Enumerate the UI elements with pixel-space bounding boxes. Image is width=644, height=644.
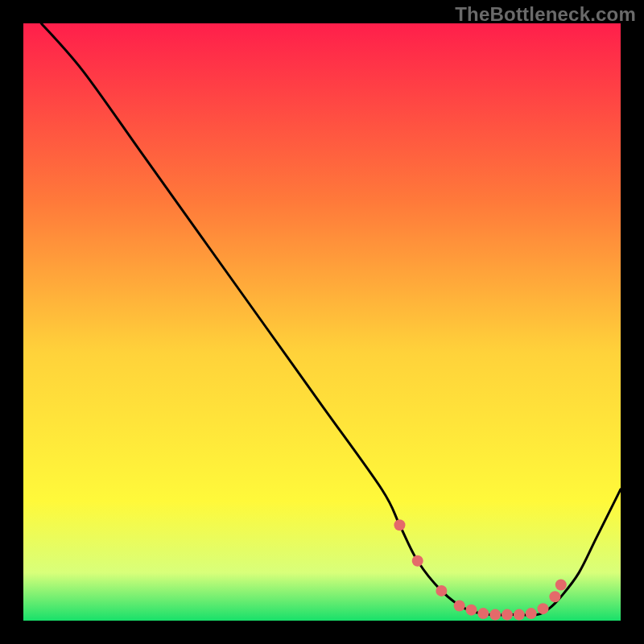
marker-dot: [514, 609, 525, 621]
marker-dot: [454, 600, 465, 611]
watermark-text: TheBottleneck.com: [455, 3, 636, 26]
marker-dot: [489, 609, 501, 621]
marker-dot: [477, 608, 489, 619]
marker-dot: [526, 608, 537, 619]
marker-dot: [549, 591, 560, 602]
marker-dot: [412, 555, 423, 567]
marker-dot: [555, 579, 567, 590]
marker-dot: [538, 603, 549, 614]
bottleneck-chart: [23, 23, 621, 621]
marker-dot: [466, 605, 477, 616]
marker-dot: [502, 609, 513, 621]
marker-dot: [394, 519, 405, 530]
marker-dot: [436, 585, 447, 597]
chart-frame: [23, 23, 621, 621]
